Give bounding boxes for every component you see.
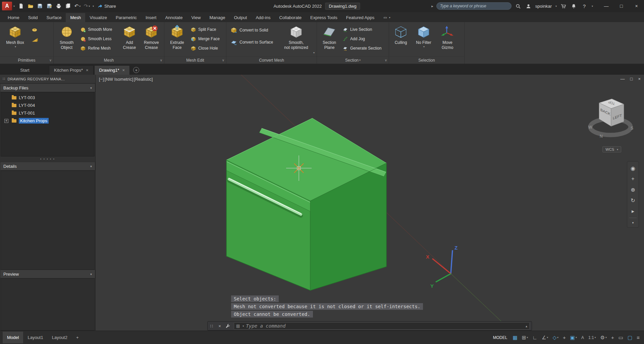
polar-tracking-toggle[interactable]: ∠▾: [540, 333, 550, 342]
gallery-caret-icon[interactable]: ▾: [313, 51, 315, 54]
share-button[interactable]: Share: [97, 3, 116, 9]
details-header[interactable]: Details ▾: [0, 162, 95, 170]
smooth-less-button[interactable]: Smooth Less: [79, 35, 118, 43]
new-drawing-button[interactable]: [17, 2, 25, 10]
tab-home[interactable]: Home: [3, 13, 24, 22]
refine-mesh-button[interactable]: Refine Mesh: [79, 44, 118, 52]
panel-mesh-edit-label[interactable]: Mesh Edit ∨: [164, 56, 226, 64]
culling-button[interactable]: Culling: [391, 23, 411, 56]
qat-customize-caret-icon[interactable]: ▾: [93, 5, 94, 8]
redo-button[interactable]: ↷▾: [83, 2, 91, 10]
tree-item-lyt-001[interactable]: LYT-001: [1, 109, 94, 117]
app-menu-caret-icon[interactable]: ▾: [13, 5, 15, 8]
wcs-dropdown[interactable]: WCS ▾: [602, 146, 621, 152]
grid-display-toggle[interactable]: ▦: [511, 333, 519, 342]
show-motion-button[interactable]: ▸: [628, 206, 638, 216]
smooth-not-optimized-button[interactable]: Smooth, not optimized: [281, 23, 311, 56]
file-tab-drawing1[interactable]: Drawing1* ×: [94, 65, 130, 75]
close-tab-icon[interactable]: ×: [122, 68, 125, 73]
panel-primitives-label[interactable]: Primitives ∨: [0, 56, 53, 64]
view-cube[interactable]: W N S TOP BACK LEFT: [586, 95, 635, 145]
file-tab-start[interactable]: Start: [1, 65, 48, 75]
command-line-close-button[interactable]: ×: [216, 322, 224, 330]
isometric-drafting-toggle[interactable]: ◇▾: [551, 333, 560, 342]
new-tab-button[interactable]: +: [133, 67, 139, 73]
merge-face-button[interactable]: Merge Face: [189, 35, 224, 43]
generate-section-button[interactable]: Generate Section: [341, 44, 387, 52]
extrude-face-button[interactable]: Extrude Face: [166, 23, 188, 56]
mesh-object[interactable]: [226, 118, 386, 290]
panel-selection-label[interactable]: Selection: [389, 56, 464, 64]
remove-crease-button[interactable]: Remove Crease: [141, 23, 162, 56]
command-history-toggle-icon[interactable]: ▴: [526, 324, 527, 328]
workspace-switching-button[interactable]: ⚙▾: [599, 333, 608, 342]
tab-annotate[interactable]: Annotate: [161, 13, 187, 22]
tab-express-tools[interactable]: Express Tools: [306, 13, 342, 22]
mesh-box-button[interactable]: Mesh Box ▾: [2, 23, 28, 56]
move-gizmo-button[interactable]: Move Gizmo: [437, 23, 458, 56]
undo-button[interactable]: ↶▾: [73, 2, 82, 10]
ribbon-display-toggle[interactable]: ▭ ▾: [383, 15, 390, 22]
tab-solid[interactable]: Solid: [24, 13, 42, 22]
convert-to-solid-button[interactable]: Convert to Solid: [228, 25, 280, 35]
drawing-minimize-icon[interactable]: —: [621, 76, 625, 81]
palette-resize-handle[interactable]: • • • • •: [0, 156, 95, 162]
close-tab-icon[interactable]: ×: [86, 68, 89, 73]
backup-files-header[interactable]: Backup Files ▾: [0, 83, 95, 92]
command-input[interactable]: [246, 323, 523, 329]
smooth-object-button[interactable]: Smooth Object: [56, 23, 77, 56]
graphics-performance-toggle[interactable]: ▢: [626, 333, 634, 342]
tab-parametric[interactable]: Parametric: [111, 13, 141, 22]
mesh-wedge-button[interactable]: [30, 36, 40, 44]
command-line-customize-button[interactable]: [224, 322, 232, 330]
maximize-button[interactable]: □: [614, 0, 629, 12]
navbar-options-caret-icon[interactable]: ▾: [628, 220, 638, 225]
layout1-tab[interactable]: Layout1: [23, 332, 47, 343]
annotation-visibility-toggle[interactable]: A: [580, 334, 586, 341]
model-space-indicator[interactable]: MODEL: [490, 334, 510, 341]
tab-output[interactable]: Output: [229, 13, 251, 22]
tab-mesh[interactable]: Mesh: [66, 13, 85, 22]
tab-view[interactable]: View: [187, 13, 205, 22]
tab-manage[interactable]: Manage: [205, 13, 229, 22]
command-input-field[interactable]: ▤ ▾ ▴: [234, 322, 530, 330]
split-face-button[interactable]: Split Face: [189, 25, 224, 33]
drawing-restore-icon[interactable]: □: [630, 76, 633, 81]
tree-item-kitchen-props[interactable]: + Kitchen Props: [1, 117, 94, 125]
expand-toggle[interactable]: +: [4, 119, 8, 123]
orbit-button[interactable]: ↻: [628, 196, 638, 205]
tab-collaborate[interactable]: Collaborate: [275, 13, 306, 22]
panel-mesh-label[interactable]: Mesh ∨: [54, 56, 164, 64]
tree-item-lyt-003[interactable]: LYT-003: [1, 94, 94, 101]
help-button[interactable]: ?: [581, 2, 588, 10]
preview-header[interactable]: Preview ▾: [0, 270, 95, 278]
command-line-grip[interactable]: ∷: [208, 322, 216, 330]
search-input[interactable]: [436, 2, 512, 10]
viewport-menu-control[interactable]: [−]: [99, 77, 104, 82]
add-jog-button[interactable]: Add Jog: [341, 35, 387, 43]
object-snap-toggle[interactable]: ▣▾: [569, 333, 579, 342]
model-tab[interactable]: Model: [3, 332, 23, 343]
object-snap-tracking-toggle[interactable]: +: [561, 333, 568, 342]
pan-button[interactable]: +: [628, 174, 638, 184]
username-label[interactable]: spoinkar: [535, 4, 552, 9]
tab-featured-apps[interactable]: Featured Apps: [342, 13, 379, 22]
tab-add-ins[interactable]: Add-ins: [251, 13, 275, 22]
customize-menu-button[interactable]: ≡: [635, 333, 641, 342]
sheet-set-manager-button[interactable]: [64, 2, 72, 10]
tree-item-lyt-004[interactable]: LYT-004: [1, 101, 94, 109]
minimize-button[interactable]: —: [599, 0, 614, 12]
panel-convert-mesh-label[interactable]: Convert Mesh: [226, 56, 317, 64]
layout2-tab[interactable]: Layout2: [48, 332, 72, 343]
plot-button[interactable]: [54, 2, 63, 10]
search-collapse-icon[interactable]: ▸: [431, 4, 433, 8]
tab-surface[interactable]: Surface: [42, 13, 66, 22]
drawing-canvas[interactable]: Z X Y: [96, 75, 644, 331]
no-filter-button[interactable]: No Filter ▾: [412, 23, 435, 56]
save-button[interactable]: [36, 2, 44, 10]
palette-title-bar[interactable]: ∷ DRAWING RECOVERY MANA...: [0, 75, 95, 83]
tab-insert[interactable]: Insert: [141, 13, 161, 22]
annotation-monitor-toggle[interactable]: +: [609, 333, 616, 342]
navigation-wheel-button[interactable]: ◉: [628, 163, 638, 173]
close-hole-button[interactable]: Close Hole: [189, 44, 224, 52]
